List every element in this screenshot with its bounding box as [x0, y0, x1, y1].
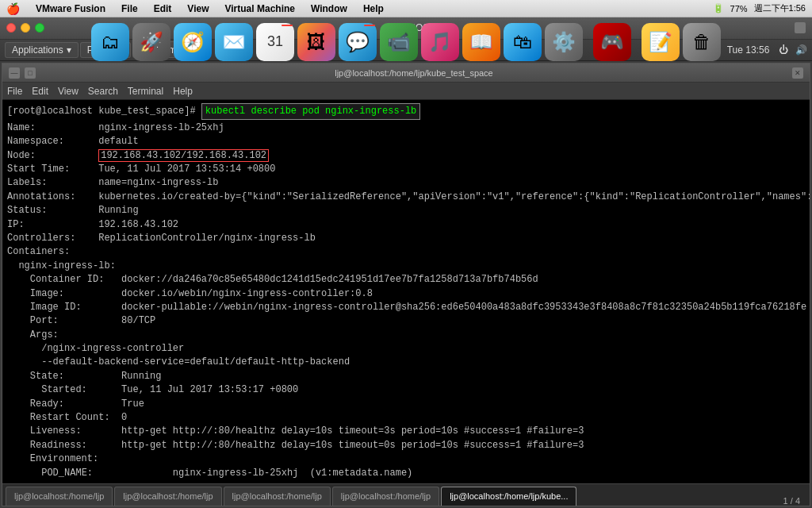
- output-restart: Restart Count: 0: [7, 411, 805, 425]
- output-state: State: Running: [7, 370, 805, 383]
- output-port: Port: 80/TCP: [7, 314, 805, 328]
- output-container-id: Container ID: docker://da246a70c85e65480…: [7, 273, 805, 287]
- menu-edit[interactable]: Edit: [151, 3, 175, 14]
- volume-icon[interactable]: 🔊: [795, 44, 807, 56]
- output-name: Name: nginx-ingress-lb-25xhj: [7, 121, 805, 135]
- menu-file[interactable]: File: [118, 3, 141, 14]
- dock-trash[interactable]: 🗑: [683, 23, 721, 61]
- menu-vm[interactable]: Virtual Machine: [222, 3, 298, 14]
- output-controllers: Controllers: ReplicationController/nginx…: [7, 232, 805, 245]
- output-node: Node: 192.168.43.102/192.168.43.102: [7, 149, 805, 163]
- applications-menu[interactable]: Applications ▾: [5, 42, 79, 58]
- output-annotations: Annotations: kubernetes.io/created-by={"…: [7, 190, 805, 204]
- output-liveness: Liveness: http-get http://:80/healthz de…: [7, 425, 805, 438]
- tab-5-active[interactable]: ljp@localhost:/home/ljp/kube...: [441, 487, 576, 506]
- output-arg2: --default-backend-service=default/defaul…: [7, 356, 805, 369]
- dock-game[interactable]: 🎮: [593, 23, 631, 61]
- output-labels: Labels: name=nginx-ingress-lb: [7, 176, 805, 190]
- dock-finder[interactable]: 🗂: [91, 23, 129, 61]
- output-status: Status: Running: [7, 204, 805, 217]
- terminal-titlebar: — □ ljp@localhost:/home/ljp/kube_test_sp…: [2, 64, 810, 83]
- menu-view[interactable]: View: [184, 3, 212, 14]
- tab-4[interactable]: ljp@localhost:/home/ljp: [332, 487, 439, 506]
- app-name[interactable]: VMware Fusion: [33, 3, 109, 14]
- output-ip: IP: 192.168.43.102: [7, 218, 805, 232]
- apple-logo-icon[interactable]: 🍎: [6, 2, 20, 15]
- term-menu-search[interactable]: Search: [88, 86, 118, 97]
- output-args-header: Args:: [7, 329, 805, 342]
- dock-safari[interactable]: 🧭: [174, 23, 212, 61]
- terminal-menubar: File Edit View Search Terminal Help: [2, 83, 810, 100]
- output-container-name: nginx-ingress-lb:: [7, 260, 805, 273]
- output-image: Image: docker.io/webin/nginx-ingress-con…: [7, 287, 805, 301]
- output-started: Started: Tue, 11 Jul 2017 13:53:17 +0800: [7, 383, 805, 397]
- calendar-badge: [282, 25, 293, 26]
- tab-3[interactable]: ljp@localhost:/home/ljp: [224, 487, 331, 506]
- command-input: kubectl describe pod nginx-ingress-lb: [201, 103, 420, 120]
- dock-calendar[interactable]: 31: [256, 23, 294, 61]
- battery-percent: 77%: [730, 4, 748, 13]
- maximize-button[interactable]: [35, 23, 44, 33]
- term-menu-file[interactable]: File: [7, 86, 22, 97]
- clock: 週二下午1:56: [754, 2, 806, 14]
- output-containers-header: Containers:: [7, 245, 805, 259]
- output-namespace: Namespace: default: [7, 135, 805, 148]
- output-readiness: Readiness: http-get http://:80/healthz d…: [7, 439, 805, 452]
- output-env-header: Environment:: [7, 452, 805, 466]
- terminal-tabs: ljp@localhost:/home/ljp ljp@localhost:/h…: [2, 483, 810, 506]
- dock-facetime[interactable]: 📹: [380, 23, 418, 61]
- messages-badge: [364, 25, 375, 26]
- vm-window: 🖥 CentOS 64-bit Applications ▾ Places ▾ …: [0, 17, 812, 508]
- menubar-right: 🔋 77% 週二下午1:56: [713, 2, 806, 14]
- terminal-prompt: [root@localhost kube_test_space]#: [7, 105, 201, 118]
- term-menu-help[interactable]: Help: [173, 86, 193, 97]
- output-starttime: Start Time: Tue, 11 Jul 2017 13:53:14 +0…: [7, 163, 805, 176]
- dock-syspref[interactable]: ⚙️: [545, 23, 583, 61]
- terminal-minimize-btn[interactable]: —: [9, 67, 20, 79]
- tab-1[interactable]: ljp@localhost:/home/ljp: [6, 487, 113, 506]
- tab-2[interactable]: ljp@localhost:/home/ljp: [114, 487, 221, 506]
- mac-menubar: 🍎 VMware Fusion File Edit View Virtual M…: [0, 0, 812, 17]
- panel-clock: Tue 13:56 ⏻ 🔊: [727, 44, 807, 56]
- term-menu-edit[interactable]: Edit: [32, 86, 48, 97]
- output-imageid: Image ID: docker-pullable://webin/nginx-…: [7, 301, 805, 314]
- terminal-window: — □ ljp@localhost:/home/ljp/kube_test_sp…: [2, 63, 810, 506]
- output-arg1: /nginx-ingress-controller: [7, 342, 805, 356]
- dock-appstore[interactable]: 🛍: [504, 23, 542, 61]
- dock-launchpad[interactable]: 🚀: [132, 23, 170, 61]
- command-line: [root@localhost kube_test_space]# kubect…: [7, 103, 805, 120]
- output-podname: POD_NAME: nginx-ingress-lb-25xhj (v1:met…: [7, 467, 805, 480]
- dock-notes[interactable]: 📝: [642, 23, 680, 61]
- menu-help[interactable]: Help: [360, 3, 387, 14]
- term-menu-terminal[interactable]: Terminal: [128, 86, 163, 97]
- close-button[interactable]: [6, 23, 16, 33]
- vm-expand-btn[interactable]: [795, 22, 806, 33]
- tab-count: 1 / 4: [777, 496, 806, 506]
- terminal-content[interactable]: [root@localhost kube_test_space]# kubect…: [2, 100, 810, 483]
- terminal-restore-btn[interactable]: □: [25, 67, 36, 79]
- applications-label: Applications: [12, 44, 63, 56]
- dock-mail[interactable]: ✉️: [215, 23, 253, 61]
- node-value: 192.168.43.102/192.168.43.102: [98, 149, 269, 162]
- dock: 🗂 🚀 🧭 ✉️ 31 🖼 💬 📹 🎵 📖 🛍 ⚙️ 🎮 📝 🗑: [0, 17, 812, 65]
- terminal-title: ljp@localhost:/home/ljp/kube_test_space: [40, 68, 787, 78]
- terminal-close-btn[interactable]: ✕: [792, 67, 803, 79]
- term-menu-view[interactable]: View: [58, 86, 79, 97]
- dock-books[interactable]: 📖: [462, 23, 500, 61]
- output-ready: Ready: True: [7, 398, 805, 411]
- power-icon[interactable]: ⏻: [779, 44, 788, 56]
- minimize-button[interactable]: [21, 23, 30, 33]
- applications-chevron-icon: ▾: [67, 44, 71, 56]
- dock-messages[interactable]: 💬: [339, 23, 377, 61]
- dock-photos[interactable]: 🖼: [297, 23, 335, 61]
- menu-window[interactable]: Window: [308, 3, 350, 14]
- dock-music[interactable]: 🎵: [421, 23, 459, 61]
- battery-icon: 🔋: [713, 3, 724, 13]
